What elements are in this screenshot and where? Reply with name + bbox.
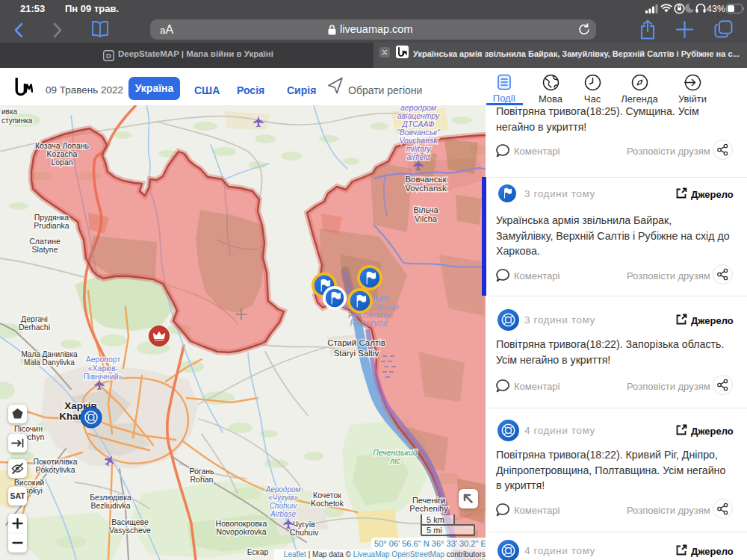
svg-text:5 mi: 5 mi bbox=[427, 526, 442, 535]
svg-text:Staryi Saltiv: Staryi Saltiv bbox=[334, 349, 379, 358]
svg-text:Вовчанськ: Вовчанськ bbox=[405, 175, 447, 184]
svg-text:Bezliudivka: Bezliudivka bbox=[90, 501, 130, 510]
svg-text:Vovchansk: Vovchansk bbox=[405, 184, 447, 193]
svg-text:Derhachi: Derhachi bbox=[19, 323, 50, 332]
svg-text:Північний»: Північний» bbox=[84, 372, 123, 381]
svg-text:Lopan: Lopan bbox=[51, 158, 72, 167]
svg-text:Аеропорт: Аеропорт bbox=[86, 355, 121, 364]
svg-text:Vasyscheve: Vasyscheve bbox=[109, 526, 151, 535]
svg-text:Vilcha: Vilcha bbox=[415, 214, 438, 223]
svg-text:Старий Салтів: Старий Салтів bbox=[327, 338, 385, 347]
svg-text:Ескар: Ескар bbox=[247, 547, 269, 556]
svg-text:Аеродром: Аеродром bbox=[265, 485, 301, 494]
svg-text:Prudianka: Prudianka bbox=[34, 221, 69, 230]
svg-text:Reservoir: Reservoir bbox=[350, 318, 388, 329]
svg-text:Novopokrovka: Novopokrovka bbox=[216, 527, 266, 536]
svg-text:ліс: ліс bbox=[389, 456, 400, 465]
svg-text:D: D bbox=[106, 52, 111, 60]
svg-text:ступинка: ступинка bbox=[1, 116, 33, 125]
svg-text:5 km: 5 km bbox=[427, 515, 444, 524]
svg-text:Kochetok: Kochetok bbox=[311, 499, 344, 508]
svg-text:Mala Danylivka: Mala Danylivka bbox=[24, 358, 75, 367]
svg-text:Chuhuiv: Chuhuiv bbox=[290, 528, 319, 537]
svg-text:Airbase: Airbase bbox=[270, 510, 296, 518]
svg-text:«Чугуїв»: «Чугуїв» bbox=[268, 494, 299, 502]
svg-text:Pokotylivka: Pokotylivka bbox=[35, 465, 75, 474]
svg-text:Pechenihy: Pechenihy bbox=[409, 504, 448, 513]
svg-text:Вільча: Вільча bbox=[413, 205, 438, 214]
svg-text:airfield: airfield bbox=[407, 152, 431, 161]
svg-text:Rohan: Rohan bbox=[190, 475, 214, 484]
svg-text:Slatyne: Slatyne bbox=[31, 245, 58, 254]
svg-text:Мала Данилівка: Мала Данилівка bbox=[21, 350, 78, 358]
svg-text:ивка: ивка bbox=[1, 108, 17, 116]
svg-text:Chuhuiv: Chuhuiv bbox=[270, 502, 298, 510]
